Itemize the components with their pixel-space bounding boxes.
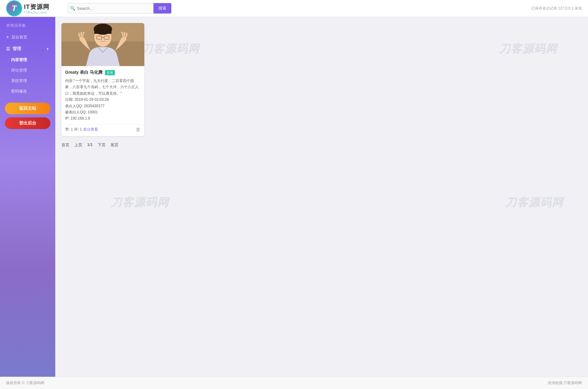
delete-icon[interactable]: 🗑 <box>136 127 141 132</box>
site-subtitle: ITBaiDu.com <box>24 10 49 14</box>
current-page: 1/1 <box>87 142 93 148</box>
next-page-button[interactable]: 下页 <box>98 142 106 148</box>
status-text: 已保存未访记录 127.0.0.1,未知 <box>531 6 582 11</box>
header: T IT资源网 ITBaiDu.com 🔍 搜索 已保存未访记录 127.0.0… <box>0 0 588 17</box>
date-value: 2019-01-29 02:03:28 <box>75 97 109 102</box>
sidebar-home-label: 后台首页 <box>11 34 27 40</box>
home-icon: ⌖ <box>6 34 9 40</box>
svg-rect-4 <box>94 28 111 34</box>
search-input[interactable] <box>68 3 154 14</box>
from-qq-label: 表白人QQ: <box>65 104 83 108</box>
from-qq-value: 2635435377 <box>84 104 104 108</box>
content-body: 内容:"一个宇宙，九大行星，二百零四个国家，八百零九个岛屿，七个大洋，六十八亿人… <box>65 79 139 96</box>
to-qq-value: 10001 <box>88 110 98 114</box>
prev-page-button[interactable]: 上页 <box>74 142 82 148</box>
search-icon: 🔍 <box>70 6 75 11</box>
chevron-down-icon: ▼ <box>46 47 49 51</box>
sidebar-item-system[interactable]: 系统管理 <box>0 76 55 86</box>
return-home-button[interactable]: 返回主站 <box>5 103 50 114</box>
real-name-badge: 实名 <box>105 70 115 75</box>
card-title-row: Greaty 表白 马化腾 实名 <box>65 70 141 75</box>
person-illustration <box>61 23 144 66</box>
logo-letter: T <box>12 4 17 13</box>
layout: 管理员导航 ⌖ 后台首页 ☰ 管理 ▼ 内容管理 评论管理 系统管理 密码修改 … <box>0 17 588 377</box>
friend-link[interactable]: 友情链接:刀客源码网 <box>548 380 582 386</box>
card-title: Greaty 表白 马化腾 <box>65 70 103 75</box>
logout-button[interactable]: 登出后台 <box>5 117 50 129</box>
like-count: 赞: 1 <box>65 127 73 132</box>
date-label: 日期: <box>65 97 73 102</box>
ip-value: 192.168.1.6 <box>71 116 90 120</box>
comment-count: 评: 1 <box>74 127 82 132</box>
watermark-2: 刀客源码网 <box>499 41 557 57</box>
search-icon-wrap: 🔍 <box>68 3 154 14</box>
card-content-text: 内容:"一个宇宙，九大行星，二百零四个国家，八百零九个岛屿，七个大洋，六十八亿人… <box>65 78 141 122</box>
ip-label: IP: <box>65 116 70 120</box>
menu-icon: ☰ <box>6 46 10 51</box>
watermark-4: 刀客源码网 <box>505 195 563 210</box>
sidebar-manage-label: 管理 <box>13 46 21 52</box>
pagination: 首页 上页 1/1 下页 尾页 <box>61 142 582 148</box>
to-qq-label: 被表白人QQ: <box>65 110 87 114</box>
content-card: Greaty 表白 马化腾 实名 内容:"一个宇宙，九大行星，二百零四个国家，八… <box>61 23 144 136</box>
sidebar-manage-toggle[interactable]: ☰ 管理 ▼ <box>0 43 55 55</box>
card-image <box>61 23 144 66</box>
card-footer: 赞: 1 评: 1 前台查看 🗑 <box>65 124 141 132</box>
first-page-button[interactable]: 首页 <box>61 142 69 148</box>
logo-text: IT资源网 ITBaiDu.com <box>24 3 49 14</box>
front-view-link[interactable]: 前台查看 <box>83 127 98 132</box>
logo-icon: T <box>6 0 22 16</box>
footer: 版权所有 © 刀客源码网 友情链接:刀客源码网 <box>0 377 588 389</box>
sidebar-item-content[interactable]: 内容管理 <box>0 55 55 65</box>
sidebar-item-password[interactable]: 密码修改 <box>0 86 55 96</box>
watermark-3: 刀客源码网 <box>111 195 169 210</box>
sidebar: 管理员导航 ⌖ 后台首页 ☰ 管理 ▼ 内容管理 评论管理 系统管理 密码修改 … <box>0 17 55 377</box>
sidebar-item-home[interactable]: ⌖ 后台首页 <box>0 31 55 43</box>
last-page-button[interactable]: 尾页 <box>111 142 119 148</box>
card-stats: 赞: 1 评: 1 前台查看 <box>65 127 98 132</box>
main-content: 刀客源码网 刀客源码网 刀客源码网 刀客源码网 <box>55 17 588 377</box>
logo-area: T IT资源网 ITBaiDu.com <box>6 0 61 16</box>
nav-label: 管理员导航 <box>0 23 55 31</box>
watermark-1: 刀客源码网 <box>141 41 200 57</box>
copyright-text: 版权所有 © 刀客源码网 <box>6 380 44 386</box>
card-body: Greaty 表白 马化腾 实名 内容:"一个宇宙，九大行星，二百零四个国家，八… <box>61 66 144 136</box>
sidebar-item-comment[interactable]: 评论管理 <box>0 65 55 76</box>
search-area: 🔍 搜索 <box>68 3 531 14</box>
search-button[interactable]: 搜索 <box>154 3 171 14</box>
sidebar-buttons: 返回主站 登出后台 <box>0 96 55 132</box>
site-title: IT资源网 <box>24 3 49 11</box>
